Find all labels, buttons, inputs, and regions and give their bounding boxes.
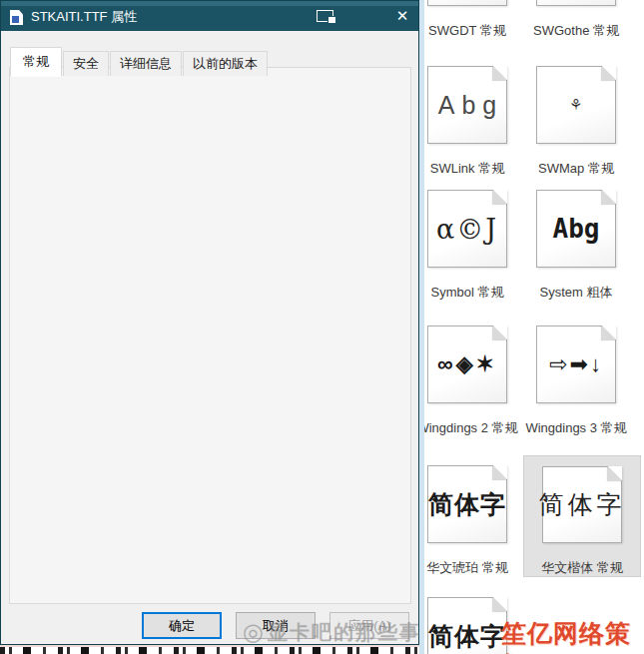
page-fold-icon [608,466,622,480]
screen: SWGDT 常规 SWGothe 常规 Abg SWLink 常规 ⚘ SWMa… [0,0,644,654]
font-file-preview-icon: Abg [427,66,507,144]
page-fold-icon [493,597,507,611]
font-item-label: Symbol 常规 [419,284,519,301]
font-preview-glyph: α©J [436,214,498,245]
font-preview-glyph: ⚘ [569,96,582,114]
page-fold-icon [602,66,616,80]
font-preview-glyph: ∞◈✶ [437,351,497,377]
watermark-center-text: 显卡吧的那些事 [268,619,421,646]
font-file-preview-icon: 简体字 [427,465,507,543]
font-item-wingdings2[interactable]: ∞◈✶ Wingdings 2 常规 [419,326,521,436]
page-fold-icon [602,326,616,339]
watermark-corner-red: 笙亿网络策划 [501,617,644,654]
page-fold-icon [493,326,507,339]
page-fold-icon [493,190,507,204]
tab-general[interactable]: 常规 [10,47,62,77]
font-item-huawen-kaiti-selected[interactable]: 简体字 华文楷体 常规 [523,455,641,577]
font-item-label: Wingdings 2 常规 [419,419,519,436]
font-list-panel: SWGDT 常规 SWGothe 常规 Abg SWLink 常规 ⚘ SWMa… [419,0,644,654]
font-file-preview-icon: ∞◈✶ [427,326,507,403]
font-item-label: SWMap 常规 [524,160,628,177]
font-item-label: 华文琥珀 常规 [419,559,519,576]
font-item-label: SWGothe 常规 [524,22,628,39]
watermark-logo-icon: ◎ [243,618,266,646]
tab-details[interactable]: 详细信息 [110,51,182,76]
font-file-preview-icon: Abg [536,190,616,268]
font-file-preview-icon: 简体字 [542,466,622,543]
titlebar[interactable]: STKAITI.TTF 属性 ✕ [1,1,418,31]
font-item-system[interactable]: Abg System 粗体 [522,190,630,301]
font-item-label: Wingdings 3 常规 [524,419,628,436]
properties-dialog: STKAITI.TTF 属性 ✕ 常规安全详细信息以前的版本 A 文件类型: T… [0,0,419,645]
page-fold-icon [493,465,507,479]
font-item-huawen-hupo[interactable]: 简体字 华文琥珀 常规 [419,465,521,576]
page-fold-icon [602,190,616,204]
font-item-label: 华文楷体 常规 [530,559,634,576]
window-title: STKAITI.TTF 属性 [31,8,137,26]
font-item-symbol[interactable]: α©J Symbol 常规 [419,190,521,301]
tab-security[interactable]: 安全 [63,51,109,76]
font-file-preview-icon: ⇨➡↓ [536,326,616,403]
watermark-center: ◎ 显卡吧的那些事 [243,618,421,646]
panel-left-edge [419,0,424,654]
page-fold-icon [493,66,507,80]
font-file-icon [10,10,23,25]
font-file-preview-icon [536,0,616,6]
font-item-label: System 粗体 [524,284,628,301]
font-file-preview-icon: 简体字 [427,597,507,654]
font-file-preview-icon: ⚘ [536,66,616,144]
font-preview-glyph: 简体字 [539,488,626,521]
font-file-preview-icon [427,0,507,6]
font-preview-glyph: ⇨➡↓ [549,351,603,377]
titlebar-highlight [1,1,418,6]
font-item-label: SWLink 常规 [419,160,519,177]
tab-page-general [9,67,411,604]
window-icon[interactable] [317,10,333,22]
font-file-preview-icon: α©J [427,190,507,268]
font-item-wingdings3[interactable]: ⇨➡↓ Wingdings 3 常规 [522,326,630,436]
font-item-swmap[interactable]: ⚘ SWMap 常规 [522,66,630,177]
tab-strip: 常规安全详细信息以前的版本 [10,46,269,76]
tab-previous-versions[interactable]: 以前的版本 [183,51,268,76]
close-icon[interactable]: ✕ [390,5,414,27]
font-item-swgothe[interactable]: SWGothe 常规 [522,0,630,39]
font-preview-glyph: Abg [431,91,503,120]
font-item-swlink[interactable]: Abg SWLink 常规 [419,66,521,177]
font-preview-glyph: 简体字 [428,488,506,521]
font-item-swgdt[interactable]: SWGDT 常规 [419,0,521,39]
font-item-label: SWGDT 常规 [419,22,519,39]
background-text-strip [0,645,419,654]
font-preview-glyph: Abg [553,214,600,244]
ok-button[interactable]: 确定 [142,612,222,639]
font-preview-glyph: 简体字 [428,620,506,653]
